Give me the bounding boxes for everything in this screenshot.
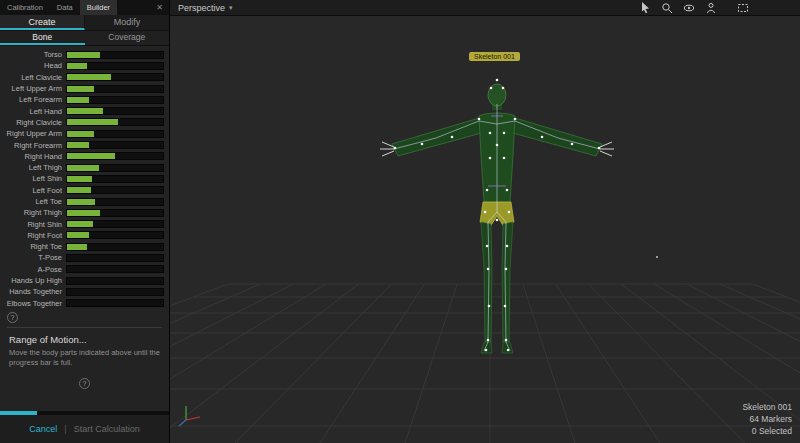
follow-person-icon[interactable] (704, 2, 718, 14)
bone-label: Right Forearm (2, 141, 66, 150)
bone-progress-fill (67, 131, 94, 137)
tab-bone[interactable]: Bone (0, 31, 85, 45)
tab-coverage[interactable]: Coverage (85, 31, 170, 45)
bone-label: Hands Together (2, 287, 66, 296)
bone-progress-fill (67, 199, 95, 205)
bone-row: Right Clavicle (2, 117, 164, 128)
bone-label: Left Forearm (2, 95, 66, 104)
bone-row: Right Hand (2, 151, 164, 162)
skeleton-avatar[interactable] (380, 79, 614, 353)
bone-label: Right Upper Arm (2, 129, 66, 138)
skeleton-name-tag[interactable]: Skeleton 001 (469, 52, 520, 61)
tab-builder[interactable]: Builder (80, 0, 117, 15)
bone-label: Left Toe (2, 197, 66, 206)
bone-progress-track (66, 277, 164, 285)
panel-tab-strip: Calibration Data Builder ✕ (0, 0, 169, 15)
mode-tabs: Create Modify (0, 15, 169, 31)
bone-label: Left Thigh (2, 163, 66, 172)
builder-panel: Calibration Data Builder ✕ Create Modify… (0, 0, 170, 443)
tab-calibration[interactable]: Calibration (0, 0, 50, 15)
bone-row: Left Toe (2, 196, 164, 207)
stats-skeleton-name: Skeleton 001 (742, 402, 792, 414)
viewport-tools (638, 2, 750, 14)
bone-progress-track (66, 243, 164, 251)
perspective-dropdown[interactable]: Perspective ▾ (178, 3, 233, 13)
scene-canvas[interactable] (170, 16, 800, 443)
bone-label: Hands Up High (2, 276, 66, 285)
stats-selected-count: 0 Selected (742, 426, 792, 438)
info-help-row: ? (0, 369, 169, 389)
bone-progress-track (66, 299, 164, 307)
bone-progress-track (66, 175, 164, 183)
bone-row: T-Pose (2, 252, 164, 263)
bone-progress-fill (67, 244, 87, 250)
scene-3d[interactable] (170, 16, 800, 443)
range-of-motion-title: Range of Motion... (0, 328, 169, 348)
bone-progress-track (66, 288, 164, 296)
range-of-motion-description: Move the body parts indicated above unti… (0, 348, 169, 369)
viewport-toolbar: Perspective ▾ (170, 0, 800, 16)
bone-progress-fill (67, 187, 91, 193)
bone-progress-fill (67, 221, 93, 227)
bone-row: Torso (2, 49, 164, 60)
help-icon[interactable]: ? (7, 312, 18, 323)
bone-row: Elbows Together (2, 298, 164, 309)
bone-label: Torso (2, 50, 66, 59)
tab-create[interactable]: Create (0, 15, 85, 30)
spacer (0, 389, 169, 411)
bone-progress-track (66, 209, 164, 217)
bone-progress-fill (67, 74, 111, 80)
marquee-select-icon[interactable] (736, 2, 750, 14)
start-calculation-button[interactable]: Start Calculation (74, 424, 140, 434)
axis-gizmo (179, 406, 200, 426)
bone-progress-track (66, 220, 164, 228)
tab-modify[interactable]: Modify (85, 15, 169, 30)
bone-progress-fill (67, 97, 89, 103)
orbit-eye-icon[interactable] (682, 2, 696, 14)
bone-row: Right Foot (2, 230, 164, 241)
bone-row: Left Hand (2, 105, 164, 116)
bone-label: Right Foot (2, 231, 66, 240)
bone-row: Left Shin (2, 173, 164, 184)
bone-progress-track (66, 73, 164, 81)
bone-progress-fill (67, 210, 100, 216)
tab-data[interactable]: Data (50, 0, 80, 15)
bone-row: Hands Together (2, 286, 164, 297)
bone-progress-fill (67, 119, 118, 125)
cancel-button[interactable]: Cancel (29, 424, 57, 434)
stats-marker-count: 64 Markers (742, 414, 792, 426)
bone-label: Right Thigh (2, 208, 66, 217)
bone-row: Right Thigh (2, 207, 164, 218)
viewport-3d[interactable]: Perspective ▾ Sk (170, 0, 800, 443)
bone-progress-track (66, 186, 164, 194)
bone-progress-track (66, 265, 164, 273)
zoom-icon[interactable] (660, 2, 674, 14)
footer-buttons: Cancel | Start Calculation (0, 415, 169, 443)
bone-label: Left Clavicle (2, 73, 66, 82)
bone-row: Right Forearm (2, 139, 164, 150)
bone-links (394, 104, 600, 351)
bone-label: Left Foot (2, 186, 66, 195)
bone-row: Right Upper Arm (2, 128, 164, 139)
bone-progress-fill (67, 142, 89, 148)
bone-row: Left Foot (2, 185, 164, 196)
bone-label: Head (2, 61, 66, 70)
bone-progress-fill (67, 52, 100, 58)
app-window: Calibration Data Builder ✕ Create Modify… (0, 0, 800, 443)
bone-label: Elbows Together (2, 299, 66, 308)
select-cursor-icon[interactable] (638, 2, 652, 14)
bone-progress-track (66, 107, 164, 115)
bone-progress-fill (67, 176, 92, 182)
close-icon[interactable]: ✕ (150, 0, 169, 15)
bone-label: Right Clavicle (2, 118, 66, 127)
bone-row: Left Upper Arm (2, 83, 164, 94)
bone-progress-track (66, 152, 164, 160)
bone-label: Left Shin (2, 174, 66, 183)
bone-progress-track (66, 130, 164, 138)
bone-progress-fill (67, 232, 89, 238)
bone-row: Left Thigh (2, 162, 164, 173)
perspective-label: Perspective (178, 3, 225, 13)
help-icon[interactable]: ? (79, 378, 90, 389)
bone-row: A-Pose (2, 264, 164, 275)
bone-label: Right Toe (2, 242, 66, 251)
